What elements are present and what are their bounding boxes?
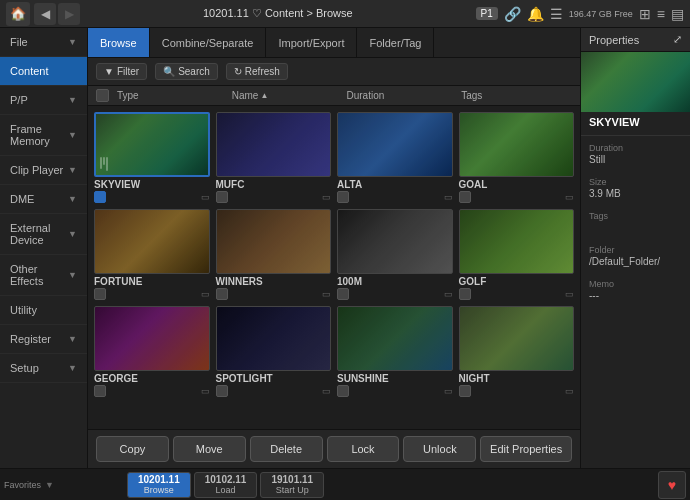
menu-icon[interactable]: ☰ <box>550 6 563 22</box>
sidebar-item-clip-player[interactable]: Clip Player ▼ <box>0 156 87 185</box>
chevron-icon: ▼ <box>68 130 77 140</box>
grid-view-icon[interactable]: ⊞ <box>639 6 651 22</box>
sidebar-item-content[interactable]: Content <box>0 57 87 86</box>
content-area: Browse Combine/Separate Import/Export Fo… <box>88 28 580 468</box>
sidebar-item-external-device[interactable]: External Device ▼ <box>0 214 87 255</box>
subnav-browse[interactable]: Browse <box>88 28 150 57</box>
select-all-checkbox[interactable] <box>96 89 109 102</box>
prop-memo: Memo --- <box>581 275 690 309</box>
bottom-tab-19101[interactable]: 19101.11 Start Up <box>260 472 324 498</box>
list-item[interactable]: ALTA ▭ <box>337 112 453 203</box>
forward-button[interactable]: ▶ <box>58 3 80 25</box>
bell-icon[interactable]: 🔔 <box>527 6 544 22</box>
sidebar-item-file-label: File <box>10 36 28 48</box>
bottom-tab-10102[interactable]: 10102.11 Load <box>194 472 258 498</box>
thumbnail[interactable] <box>216 306 332 371</box>
list-item[interactable]: FORTUNE ▭ <box>94 209 210 300</box>
sidebar-item-content-label: Content <box>10 65 49 77</box>
thumbnail[interactable] <box>337 306 453 371</box>
sidebar-item-setup[interactable]: Setup ▼ <box>0 354 87 383</box>
link-icon[interactable]: 🔗 <box>504 6 521 22</box>
sidebar-item-pip[interactable]: P/P ▼ <box>0 86 87 115</box>
lock-button[interactable]: Lock <box>327 436 400 462</box>
item-checkbox[interactable] <box>216 191 228 203</box>
list-item[interactable]: WINNERS ▭ <box>216 209 332 300</box>
item-checkbox[interactable] <box>216 288 228 300</box>
sidebar-item-external-device-label: External Device <box>10 222 68 246</box>
grid-content[interactable]: SKYVIEW ▭ MUFC ▭ <box>88 106 580 429</box>
item-type-icon: ▭ <box>201 192 210 202</box>
thumbnail[interactable] <box>216 209 332 274</box>
item-name: FORTUNE <box>94 276 210 287</box>
sidebar-item-frame-memory[interactable]: Frame Memory ▼ <box>0 115 87 156</box>
memo-value: --- <box>589 290 682 301</box>
item-checkbox[interactable] <box>216 385 228 397</box>
sidebar-item-pip-label: P/P <box>10 94 28 106</box>
chevron-icon: ▼ <box>68 363 77 373</box>
properties-thumbnail <box>581 52 690 112</box>
chevron-icon: ▼ <box>68 95 77 105</box>
sidebar-item-utility[interactable]: Utility <box>0 296 87 325</box>
properties-expand-icon[interactable]: ⤢ <box>673 33 682 46</box>
heart-button[interactable]: ♥ <box>658 471 686 499</box>
thumbnail[interactable] <box>459 306 575 371</box>
thumbnail[interactable] <box>337 209 453 274</box>
item-type-icon: ▭ <box>322 289 331 299</box>
col-duration: Duration <box>343 90 458 101</box>
thumbnail[interactable] <box>94 209 210 274</box>
sidebar-item-file[interactable]: File ▼ <box>0 28 87 57</box>
list-item[interactable]: MUFC ▭ <box>216 112 332 203</box>
thumbnail[interactable] <box>94 112 210 177</box>
list-item[interactable]: GOLF ▭ <box>459 209 575 300</box>
back-button[interactable]: ◀ <box>34 3 56 25</box>
list-item[interactable]: SUNSHINE ▭ <box>337 306 453 397</box>
tab-sub: Start Up <box>276 485 309 495</box>
toolbar: ▼ Filter 🔍 Search ↻ Refresh <box>88 58 580 86</box>
col-name[interactable]: Name ▲ <box>228 90 343 101</box>
thumbnail[interactable] <box>459 112 575 177</box>
subnav-combine-separate[interactable]: Combine/Separate <box>150 28 267 57</box>
list-item[interactable]: GEORGE ▭ <box>94 306 210 397</box>
list-item[interactable]: SPOTLIGHT ▭ <box>216 306 332 397</box>
delete-button[interactable]: Delete <box>250 436 323 462</box>
edit-properties-button[interactable]: Edit Properties <box>480 436 572 462</box>
item-checkbox[interactable] <box>94 385 106 397</box>
filter-icon: ▼ <box>104 66 114 77</box>
item-checkbox[interactable] <box>459 191 471 203</box>
filter-button[interactable]: ▼ Filter <box>96 63 147 80</box>
thumbnail[interactable] <box>216 112 332 177</box>
properties-name: SKYVIEW <box>581 112 690 132</box>
refresh-button[interactable]: ↻ Refresh <box>226 63 288 80</box>
list-item[interactable]: SKYVIEW ▭ <box>94 112 210 203</box>
unlock-button[interactable]: Unlock <box>403 436 476 462</box>
move-button[interactable]: Move <box>173 436 246 462</box>
item-type-icon: ▭ <box>444 192 453 202</box>
item-checkbox[interactable] <box>337 191 349 203</box>
search-button[interactable]: 🔍 Search <box>155 63 218 80</box>
top-bar: 🏠 ◀ ▶ 10201.11 ♡ Content > Browse P1 🔗 🔔… <box>0 0 690 28</box>
item-checkbox[interactable] <box>459 288 471 300</box>
sidebar-item-frame-memory-label: Frame Memory <box>10 123 68 147</box>
copy-button[interactable]: Copy <box>96 436 169 462</box>
thumbnail[interactable] <box>337 112 453 177</box>
thumbnail[interactable] <box>94 306 210 371</box>
subnav-folder-tag[interactable]: Folder/Tag <box>357 28 434 57</box>
item-checkbox[interactable] <box>94 191 106 203</box>
home-button[interactable]: 🏠 <box>6 2 30 26</box>
item-checkbox[interactable] <box>94 288 106 300</box>
sidebar-item-register[interactable]: Register ▼ <box>0 325 87 354</box>
sidebar-item-dme[interactable]: DME ▼ <box>0 185 87 214</box>
list-item[interactable]: NIGHT ▭ <box>459 306 575 397</box>
item-checkbox[interactable] <box>337 385 349 397</box>
item-checkbox[interactable] <box>459 385 471 397</box>
thumbnail[interactable] <box>459 209 575 274</box>
list-view-icon[interactable]: ≡ <box>657 6 665 22</box>
tab-title: 19101.11 <box>271 474 313 485</box>
bottom-tab-10201[interactable]: 10201.11 Browse <box>127 472 191 498</box>
list-item[interactable]: 100M ▭ <box>337 209 453 300</box>
sidebar-item-other-effects[interactable]: Other Effects ▼ <box>0 255 87 296</box>
detail-view-icon[interactable]: ▤ <box>671 6 684 22</box>
item-checkbox[interactable] <box>337 288 349 300</box>
subnav-import-export[interactable]: Import/Export <box>266 28 357 57</box>
list-item[interactable]: GOAL ▭ <box>459 112 575 203</box>
